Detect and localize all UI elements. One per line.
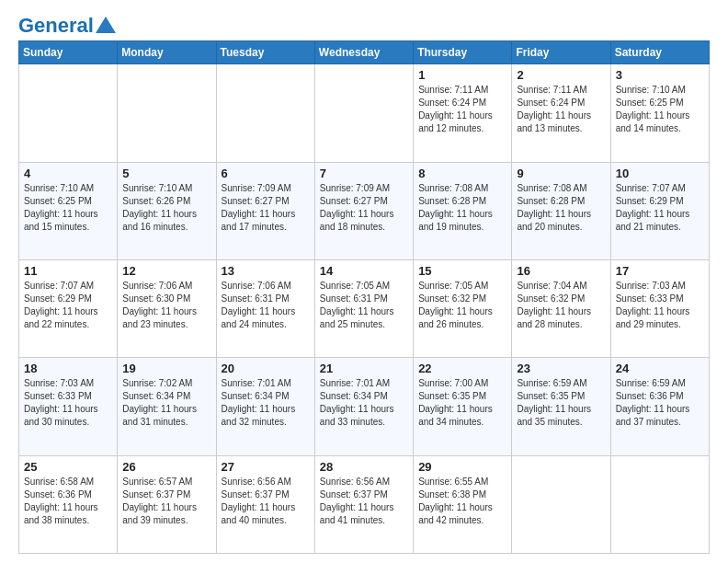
logo-icon (96, 17, 116, 33)
calendar-cell: 21Sunrise: 7:01 AM Sunset: 6:34 PM Dayli… (314, 358, 413, 455)
week-row-3: 11Sunrise: 7:07 AM Sunset: 6:29 PM Dayli… (19, 259, 710, 357)
calendar-cell (512, 455, 610, 553)
day-number: 12 (122, 264, 210, 278)
calendar-cell: 28Sunrise: 6:56 AM Sunset: 6:37 PM Dayli… (314, 455, 413, 553)
day-info: Sunrise: 7:01 AM Sunset: 6:34 PM Dayligh… (222, 377, 310, 429)
calendar-cell: 11Sunrise: 7:07 AM Sunset: 6:29 PM Dayli… (19, 259, 118, 357)
day-info: Sunrise: 7:03 AM Sunset: 6:33 PM Dayligh… (24, 377, 112, 429)
day-header-monday: Monday (118, 41, 216, 64)
day-info: Sunrise: 7:10 AM Sunset: 6:26 PM Dayligh… (122, 182, 210, 234)
day-info: Sunrise: 7:02 AM Sunset: 6:34 PM Dayligh… (122, 377, 210, 429)
calendar-cell: 14Sunrise: 7:05 AM Sunset: 6:31 PM Dayli… (314, 259, 413, 357)
day-info: Sunrise: 7:08 AM Sunset: 6:28 PM Dayligh… (517, 182, 605, 234)
calendar-cell: 27Sunrise: 6:56 AM Sunset: 6:37 PM Dayli… (216, 455, 314, 553)
calendar-cell: 20Sunrise: 7:01 AM Sunset: 6:34 PM Dayli… (216, 358, 314, 455)
calendar-cell: 9Sunrise: 7:08 AM Sunset: 6:28 PM Daylig… (512, 162, 610, 259)
day-info: Sunrise: 7:07 AM Sunset: 6:29 PM Dayligh… (24, 280, 112, 331)
day-info: Sunrise: 6:56 AM Sunset: 6:37 PM Dayligh… (222, 476, 310, 527)
calendar-cell: 3Sunrise: 7:10 AM Sunset: 6:25 PM Daylig… (610, 64, 709, 162)
day-info: Sunrise: 6:58 AM Sunset: 6:36 PM Dayligh… (24, 476, 112, 527)
calendar-cell: 25Sunrise: 6:58 AM Sunset: 6:36 PM Dayli… (19, 455, 118, 553)
day-info: Sunrise: 7:09 AM Sunset: 6:27 PM Dayligh… (222, 182, 310, 234)
calendar-cell: 16Sunrise: 7:04 AM Sunset: 6:32 PM Dayli… (512, 259, 610, 357)
calendar-cell: 4Sunrise: 7:10 AM Sunset: 6:25 PM Daylig… (19, 162, 118, 259)
calendar-cell: 8Sunrise: 7:08 AM Sunset: 6:28 PM Daylig… (414, 162, 512, 259)
day-number: 28 (320, 460, 408, 474)
day-info: Sunrise: 7:11 AM Sunset: 6:24 PM Dayligh… (418, 84, 506, 135)
day-header-friday: Friday (512, 41, 610, 64)
day-number: 29 (418, 460, 506, 474)
day-header-saturday: Saturday (610, 41, 709, 64)
week-row-1: 1Sunrise: 7:11 AM Sunset: 6:24 PM Daylig… (19, 64, 710, 162)
day-info: Sunrise: 7:01 AM Sunset: 6:34 PM Dayligh… (320, 377, 408, 429)
day-number: 18 (24, 362, 112, 375)
day-number: 9 (517, 167, 605, 180)
day-number: 15 (418, 264, 506, 278)
calendar-cell: 15Sunrise: 7:05 AM Sunset: 6:32 PM Dayli… (414, 259, 512, 357)
day-info: Sunrise: 7:06 AM Sunset: 6:31 PM Dayligh… (222, 280, 310, 331)
svg-marker-0 (96, 17, 116, 33)
day-number: 17 (616, 264, 704, 278)
calendar-cell: 2Sunrise: 7:11 AM Sunset: 6:24 PM Daylig… (512, 64, 610, 162)
day-number: 13 (222, 264, 310, 278)
day-number: 27 (222, 460, 310, 474)
day-info: Sunrise: 6:59 AM Sunset: 6:35 PM Dayligh… (517, 377, 605, 429)
day-info: Sunrise: 6:57 AM Sunset: 6:37 PM Dayligh… (122, 476, 210, 527)
day-number: 26 (122, 460, 210, 474)
page: General SundayMondayTuesdayWednesdayThur… (0, 0, 728, 563)
calendar-cell: 26Sunrise: 6:57 AM Sunset: 6:37 PM Dayli… (118, 455, 216, 553)
calendar-cell (216, 64, 314, 162)
calendar-table: SundayMondayTuesdayWednesdayThursdayFrid… (18, 40, 710, 554)
day-info: Sunrise: 7:09 AM Sunset: 6:27 PM Dayligh… (320, 182, 408, 234)
day-info: Sunrise: 7:07 AM Sunset: 6:29 PM Dayligh… (616, 182, 704, 234)
header: General (18, 15, 710, 33)
day-header-sunday: Sunday (19, 41, 118, 64)
day-info: Sunrise: 6:55 AM Sunset: 6:38 PM Dayligh… (418, 476, 506, 527)
calendar-cell: 1Sunrise: 7:11 AM Sunset: 6:24 PM Daylig… (414, 64, 512, 162)
week-row-4: 18Sunrise: 7:03 AM Sunset: 6:33 PM Dayli… (19, 358, 710, 455)
day-info: Sunrise: 7:08 AM Sunset: 6:28 PM Dayligh… (418, 182, 506, 234)
day-info: Sunrise: 7:06 AM Sunset: 6:30 PM Dayligh… (122, 280, 210, 331)
day-number: 6 (222, 167, 310, 180)
day-number: 16 (517, 264, 605, 278)
calendar-cell: 19Sunrise: 7:02 AM Sunset: 6:34 PM Dayli… (118, 358, 216, 455)
calendar-cell: 29Sunrise: 6:55 AM Sunset: 6:38 PM Dayli… (414, 455, 512, 553)
day-info: Sunrise: 7:11 AM Sunset: 6:24 PM Dayligh… (517, 84, 605, 135)
day-number: 4 (24, 167, 112, 180)
day-info: Sunrise: 7:05 AM Sunset: 6:31 PM Dayligh… (320, 280, 408, 331)
day-header-tuesday: Tuesday (216, 41, 314, 64)
calendar-cell: 5Sunrise: 7:10 AM Sunset: 6:26 PM Daylig… (118, 162, 216, 259)
day-info: Sunrise: 6:56 AM Sunset: 6:37 PM Dayligh… (320, 476, 408, 527)
day-number: 19 (122, 362, 210, 375)
logo: General (18, 15, 116, 33)
day-info: Sunrise: 6:59 AM Sunset: 6:36 PM Dayligh… (616, 377, 704, 429)
day-number: 7 (320, 167, 408, 180)
calendar-cell (118, 64, 216, 162)
calendar-cell: 7Sunrise: 7:09 AM Sunset: 6:27 PM Daylig… (314, 162, 413, 259)
day-number: 3 (616, 68, 704, 82)
day-number: 23 (517, 362, 605, 375)
calendar-cell: 18Sunrise: 7:03 AM Sunset: 6:33 PM Dayli… (19, 358, 118, 455)
day-info: Sunrise: 7:10 AM Sunset: 6:25 PM Dayligh… (616, 84, 704, 135)
calendar-cell: 13Sunrise: 7:06 AM Sunset: 6:31 PM Dayli… (216, 259, 314, 357)
day-info: Sunrise: 7:10 AM Sunset: 6:25 PM Dayligh… (24, 182, 112, 234)
day-number: 25 (24, 460, 112, 474)
calendar-cell (314, 64, 413, 162)
calendar-cell: 12Sunrise: 7:06 AM Sunset: 6:30 PM Dayli… (118, 259, 216, 357)
day-number: 20 (222, 362, 310, 375)
day-number: 14 (320, 264, 408, 278)
day-info: Sunrise: 7:04 AM Sunset: 6:32 PM Dayligh… (517, 280, 605, 331)
day-number: 21 (320, 362, 408, 375)
day-number: 22 (418, 362, 506, 375)
day-number: 24 (616, 362, 704, 375)
calendar-cell: 6Sunrise: 7:09 AM Sunset: 6:27 PM Daylig… (216, 162, 314, 259)
day-number: 5 (122, 167, 210, 180)
day-number: 10 (616, 167, 704, 180)
day-info: Sunrise: 7:05 AM Sunset: 6:32 PM Dayligh… (418, 280, 506, 331)
calendar-cell: 24Sunrise: 6:59 AM Sunset: 6:36 PM Dayli… (610, 358, 709, 455)
day-number: 8 (418, 167, 506, 180)
day-number: 2 (517, 68, 605, 82)
calendar-cell: 22Sunrise: 7:00 AM Sunset: 6:35 PM Dayli… (414, 358, 512, 455)
calendar-cell: 17Sunrise: 7:03 AM Sunset: 6:33 PM Dayli… (610, 259, 709, 357)
calendar-header-row: SundayMondayTuesdayWednesdayThursdayFrid… (19, 41, 710, 64)
